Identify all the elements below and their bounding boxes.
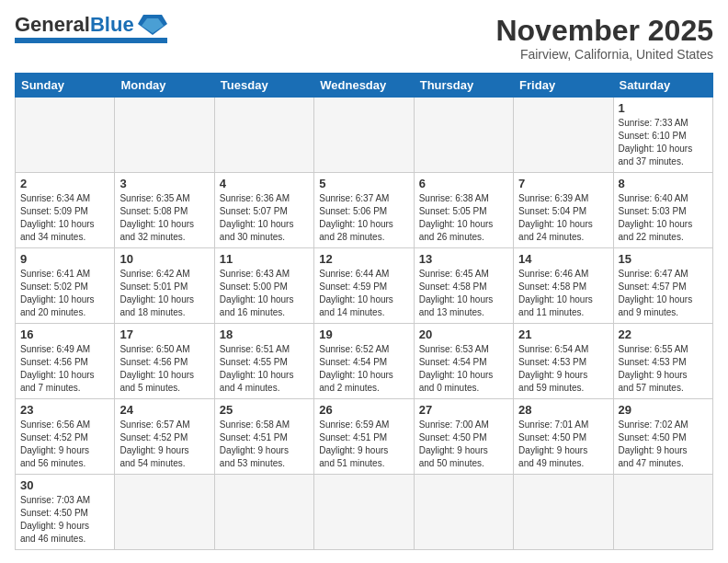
calendar-cell xyxy=(514,98,613,173)
calendar-week-row: 16Sunrise: 6:49 AM Sunset: 4:56 PM Dayli… xyxy=(16,324,713,399)
calendar-cell: 26Sunrise: 6:59 AM Sunset: 4:51 PM Dayli… xyxy=(314,399,414,475)
day-info: Sunrise: 7:02 AM Sunset: 4:50 PM Dayligh… xyxy=(619,419,708,470)
day-info: Sunrise: 6:35 AM Sunset: 5:08 PM Dayligh… xyxy=(119,192,209,244)
day-info: Sunrise: 7:33 AM Sunset: 6:10 PM Dayligh… xyxy=(619,117,708,168)
day-number: 16 xyxy=(20,327,109,341)
day-info: Sunrise: 6:39 AM Sunset: 5:04 PM Dayligh… xyxy=(518,192,608,244)
weekday-header-thursday: Thursday xyxy=(414,74,513,98)
calendar-cell: 25Sunrise: 6:58 AM Sunset: 4:51 PM Dayli… xyxy=(214,399,313,475)
calendar-cell xyxy=(514,475,613,550)
day-number: 28 xyxy=(518,403,608,417)
day-number: 20 xyxy=(419,327,508,341)
weekday-header-saturday: Saturday xyxy=(613,74,712,98)
calendar-subtitle: Fairview, California, United States xyxy=(495,47,713,62)
day-number: 3 xyxy=(119,177,209,190)
day-info: Sunrise: 6:38 AM Sunset: 5:05 PM Dayligh… xyxy=(419,192,508,244)
weekday-header-tuesday: Tuesday xyxy=(214,74,313,98)
calendar-cell: 21Sunrise: 6:54 AM Sunset: 4:53 PM Dayli… xyxy=(514,324,613,399)
day-number: 11 xyxy=(220,252,309,266)
day-info: Sunrise: 6:53 AM Sunset: 4:54 PM Dayligh… xyxy=(419,343,508,395)
day-number: 30 xyxy=(20,478,109,492)
page-header: GeneralBlue November 2025 Fairview, Cali… xyxy=(15,15,713,62)
calendar-cell: 23Sunrise: 6:56 AM Sunset: 4:52 PM Dayli… xyxy=(16,399,115,475)
day-info: Sunrise: 6:36 AM Sunset: 5:07 PM Dayligh… xyxy=(220,192,309,244)
calendar-cell: 18Sunrise: 6:51 AM Sunset: 4:55 PM Dayli… xyxy=(214,324,313,399)
calendar-cell: 15Sunrise: 6:47 AM Sunset: 4:57 PM Dayli… xyxy=(613,248,712,324)
calendar-week-row: 2Sunrise: 6:34 AM Sunset: 5:09 PM Daylig… xyxy=(16,173,713,248)
calendar-week-row: 1Sunrise: 7:33 AM Sunset: 6:10 PM Daylig… xyxy=(16,98,713,173)
day-number: 22 xyxy=(619,327,708,341)
calendar-cell: 30Sunrise: 7:03 AM Sunset: 4:50 PM Dayli… xyxy=(16,475,115,550)
day-info: Sunrise: 6:55 AM Sunset: 4:53 PM Dayligh… xyxy=(619,343,708,395)
calendar-cell xyxy=(314,475,414,550)
day-number: 7 xyxy=(518,177,608,190)
day-info: Sunrise: 6:58 AM Sunset: 4:51 PM Dayligh… xyxy=(220,419,309,470)
title-section: November 2025 Fairview, California, Unit… xyxy=(495,15,713,62)
day-number: 10 xyxy=(119,252,209,266)
calendar-title: November 2025 xyxy=(495,15,713,47)
calendar-cell: 16Sunrise: 6:49 AM Sunset: 4:56 PM Dayli… xyxy=(16,324,115,399)
day-number: 15 xyxy=(619,252,708,266)
day-number: 26 xyxy=(319,403,408,417)
calendar-cell xyxy=(16,98,115,173)
calendar-cell: 9Sunrise: 6:41 AM Sunset: 5:02 PM Daylig… xyxy=(16,248,115,324)
calendar-cell xyxy=(613,475,712,550)
day-number: 24 xyxy=(119,403,209,417)
calendar-cell: 5Sunrise: 6:37 AM Sunset: 5:06 PM Daylig… xyxy=(314,173,414,248)
logo-text: GeneralBlue xyxy=(15,15,134,35)
calendar-cell: 12Sunrise: 6:44 AM Sunset: 4:59 PM Dayli… xyxy=(314,248,414,324)
day-number: 27 xyxy=(419,403,508,417)
day-number: 8 xyxy=(619,177,708,190)
day-info: Sunrise: 6:56 AM Sunset: 4:52 PM Dayligh… xyxy=(20,419,109,470)
calendar-cell: 20Sunrise: 6:53 AM Sunset: 4:54 PM Dayli… xyxy=(414,324,513,399)
weekday-header-wednesday: Wednesday xyxy=(314,74,414,98)
calendar-cell xyxy=(115,475,214,550)
day-number: 2 xyxy=(20,177,109,190)
calendar-cell xyxy=(214,98,313,173)
calendar-cell xyxy=(214,475,313,550)
calendar-cell xyxy=(314,98,414,173)
day-info: Sunrise: 6:49 AM Sunset: 4:56 PM Dayligh… xyxy=(20,343,109,395)
calendar-cell: 11Sunrise: 6:43 AM Sunset: 5:00 PM Dayli… xyxy=(214,248,313,324)
day-info: Sunrise: 6:45 AM Sunset: 4:58 PM Dayligh… xyxy=(419,268,508,319)
calendar-cell: 29Sunrise: 7:02 AM Sunset: 4:50 PM Dayli… xyxy=(613,399,712,475)
day-number: 9 xyxy=(20,252,109,266)
day-number: 14 xyxy=(518,252,608,266)
calendar-cell: 24Sunrise: 6:57 AM Sunset: 4:52 PM Dayli… xyxy=(115,399,214,475)
calendar-week-row: 9Sunrise: 6:41 AM Sunset: 5:02 PM Daylig… xyxy=(16,248,713,324)
calendar-cell: 14Sunrise: 6:46 AM Sunset: 4:58 PM Dayli… xyxy=(514,248,613,324)
day-number: 12 xyxy=(319,252,408,266)
day-number: 29 xyxy=(619,403,708,417)
day-number: 13 xyxy=(419,252,508,266)
calendar-cell: 1Sunrise: 7:33 AM Sunset: 6:10 PM Daylig… xyxy=(613,98,712,173)
day-info: Sunrise: 6:41 AM Sunset: 5:02 PM Dayligh… xyxy=(20,268,109,319)
day-number: 21 xyxy=(518,327,608,341)
day-number: 5 xyxy=(319,177,408,190)
day-info: Sunrise: 7:03 AM Sunset: 4:50 PM Dayligh… xyxy=(20,494,109,546)
day-info: Sunrise: 6:40 AM Sunset: 5:03 PM Dayligh… xyxy=(619,192,708,244)
day-number: 4 xyxy=(220,177,309,190)
day-number: 17 xyxy=(119,327,209,341)
calendar-cell xyxy=(115,98,214,173)
day-info: Sunrise: 6:51 AM Sunset: 4:55 PM Dayligh… xyxy=(220,343,309,395)
day-info: Sunrise: 6:46 AM Sunset: 4:58 PM Dayligh… xyxy=(518,268,608,319)
calendar-cell: 3Sunrise: 6:35 AM Sunset: 5:08 PM Daylig… xyxy=(115,173,214,248)
calendar-cell: 28Sunrise: 7:01 AM Sunset: 4:50 PM Dayli… xyxy=(514,399,613,475)
day-number: 1 xyxy=(619,101,708,115)
calendar-cell: 6Sunrise: 6:38 AM Sunset: 5:05 PM Daylig… xyxy=(414,173,513,248)
calendar-cell: 17Sunrise: 6:50 AM Sunset: 4:56 PM Dayli… xyxy=(115,324,214,399)
day-info: Sunrise: 6:34 AM Sunset: 5:09 PM Dayligh… xyxy=(20,192,109,244)
day-info: Sunrise: 6:59 AM Sunset: 4:51 PM Dayligh… xyxy=(319,419,408,470)
calendar-table: SundayMondayTuesdayWednesdayThursdayFrid… xyxy=(15,73,713,550)
weekday-header-friday: Friday xyxy=(514,74,613,98)
calendar-cell: 19Sunrise: 6:52 AM Sunset: 4:54 PM Dayli… xyxy=(314,324,414,399)
day-number: 25 xyxy=(220,403,309,417)
day-number: 18 xyxy=(220,327,309,341)
day-number: 19 xyxy=(319,327,408,341)
logo: GeneralBlue xyxy=(15,15,167,43)
logo-icon xyxy=(138,15,167,35)
day-number: 6 xyxy=(419,177,508,190)
day-info: Sunrise: 6:57 AM Sunset: 4:52 PM Dayligh… xyxy=(119,419,209,470)
day-info: Sunrise: 6:52 AM Sunset: 4:54 PM Dayligh… xyxy=(319,343,408,395)
weekday-header-monday: Monday xyxy=(115,74,214,98)
